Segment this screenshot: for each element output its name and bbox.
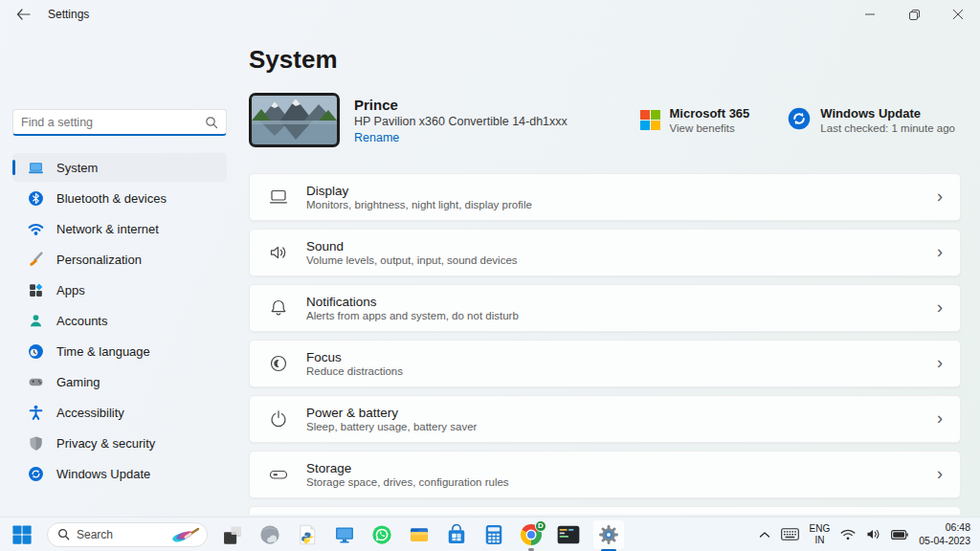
find-setting-searchbox[interactable] [12, 109, 227, 136]
sidebar-item-personalization[interactable]: Personalization [12, 245, 227, 274]
system-icon [28, 160, 44, 176]
region-code: IN [810, 535, 831, 546]
taskbar-search[interactable]: Search [47, 522, 208, 547]
back-arrow-icon [16, 9, 31, 20]
sidebar-item-label: Time & language [56, 344, 150, 359]
settings-row-storage[interactable]: StorageStorage space, drives, configurat… [249, 451, 961, 498]
privacy-security-icon [28, 435, 44, 452]
sidebar-item-network-internet[interactable]: Network & internet [12, 214, 227, 243]
sidebar-item-system[interactable]: System [12, 153, 227, 182]
main-content: System [239, 29, 980, 517]
settings-row-partial[interactable] [249, 506, 961, 515]
device-name: Prince [354, 97, 568, 113]
wifi-icon[interactable] [840, 529, 856, 540]
windows-update-icon [28, 466, 44, 482]
accounts-icon [28, 313, 44, 329]
chevron-right-icon: › [937, 187, 943, 207]
sidebar-item-label: Gaming [56, 375, 100, 389]
settings-icon[interactable] [593, 520, 624, 549]
chevron-right-icon: › [937, 243, 943, 262]
power-battery-icon [267, 408, 290, 430]
sidebar-item-windows-update[interactable]: Windows Update [12, 459, 227, 488]
network-icon [28, 221, 44, 237]
titlebar: Settings [0, 0, 980, 29]
touch-keyboard-icon[interactable] [781, 528, 799, 540]
sidebar-item-apps[interactable]: Apps [12, 276, 227, 304]
chrome-profile-badge: D [535, 520, 546, 532]
row-title: Power & battery [306, 406, 477, 420]
search-input[interactable] [13, 110, 226, 134]
personalization-icon [28, 252, 44, 268]
rename-link[interactable]: Rename [354, 131, 568, 144]
sidebar-item-label: Network & internet [56, 222, 159, 236]
tray-time: 06:48 [919, 521, 970, 535]
file-explorer-icon[interactable] [407, 522, 432, 547]
device-model: HP Pavilion x360 Convertible 14-dh1xxx [354, 115, 568, 128]
row-title: Focus [306, 350, 403, 364]
notifications-icon [267, 297, 290, 320]
calculator-icon[interactable] [481, 522, 506, 547]
storage-icon [267, 463, 290, 486]
language-indicator[interactable]: ENG IN [810, 523, 831, 545]
sidebar-item-label: Accounts [56, 314, 107, 328]
row-subtitle: Sleep, battery usage, battery saver [306, 421, 477, 432]
microsoft-365-title: Microsoft 365 [670, 106, 750, 121]
sidebar-item-label: Accessibility [56, 406, 124, 420]
window-controls [848, 0, 980, 29]
sidebar-item-accessibility[interactable]: Accessibility [12, 398, 227, 427]
squares-app-icon[interactable] [220, 522, 245, 547]
row-title: Sound [306, 239, 518, 253]
settings-row-display[interactable]: DisplayMonitors, brightness, night light… [249, 173, 961, 221]
taskbar-clock[interactable]: 06:48 05-04-2023 [919, 521, 970, 547]
sidebar-item-bluetooth-devices[interactable]: Bluetooth & devices [12, 184, 227, 212]
gray-globe-app-icon[interactable] [257, 522, 282, 547]
sidebar-item-accounts[interactable]: Accounts [12, 306, 227, 335]
microsoft-365-card[interactable]: Microsoft 365 View benefits [640, 106, 750, 134]
apps-icon [28, 282, 44, 298]
sidebar-item-label: Apps [56, 283, 85, 298]
whatsapp-icon[interactable] [369, 522, 394, 547]
minimize-button[interactable] [848, 0, 892, 29]
row-title: Storage [306, 461, 509, 475]
this-pc-icon[interactable] [332, 522, 357, 547]
chevron-right-icon: › [937, 409, 943, 429]
terminal-icon[interactable] [556, 522, 581, 547]
microsoft-store-icon[interactable] [444, 522, 469, 547]
sidebar-item-privacy-security[interactable]: Privacy & security [12, 429, 227, 457]
sidebar: System Bluetooth & devices Network & int… [0, 29, 239, 517]
chrome-icon[interactable]: D [519, 522, 544, 547]
python-file-icon[interactable] [295, 522, 320, 547]
settings-list: DisplayMonitors, brightness, night light… [249, 173, 961, 515]
sound-icon [267, 241, 290, 264]
restore-button[interactable] [892, 0, 936, 29]
row-title: Display [306, 184, 532, 198]
volume-icon[interactable] [866, 528, 880, 540]
search-highlight-art-icon [168, 526, 201, 543]
device-header: Prince HP Pavilion x360 Convertible 14-d… [249, 93, 961, 147]
settings-row-power-battery[interactable]: Power & batterySleep, battery usage, bat… [249, 395, 961, 443]
sidebar-item-gaming[interactable]: Gaming [12, 367, 227, 396]
language-code: ENG [810, 523, 831, 535]
search-icon [205, 116, 218, 133]
back-button[interactable] [11, 3, 34, 26]
windows-update-title: Windows Update [820, 106, 955, 121]
battery-icon[interactable] [891, 530, 908, 540]
sidebar-item-label: Privacy & security [56, 436, 155, 451]
chevron-right-icon: › [937, 354, 943, 373]
sidebar-item-time-language[interactable]: Time & language [12, 337, 227, 365]
bluetooth-icon [28, 190, 44, 207]
microsoft-365-subtitle: View benefits [670, 122, 750, 134]
sidebar-item-label: Personalization [56, 253, 142, 267]
settings-row-sound[interactable]: SoundVolume levels, output, input, sound… [249, 229, 961, 276]
row-subtitle: Reduce distractions [306, 365, 403, 377]
windows-update-card[interactable]: Windows Update Last checked: 1 minute ag… [788, 106, 955, 134]
start-button[interactable] [10, 522, 34, 547]
focus-icon [267, 352, 290, 375]
settings-row-notifications[interactable]: NotificationsAlerts from apps and system… [249, 284, 961, 332]
settings-row-focus[interactable]: FocusReduce distractions › [249, 340, 961, 387]
display-icon [267, 186, 290, 209]
tray-chevron-up-icon[interactable] [759, 531, 770, 539]
accessibility-icon [28, 405, 44, 421]
row-subtitle: Volume levels, output, input, sound devi… [306, 254, 518, 266]
close-button[interactable] [936, 0, 980, 29]
